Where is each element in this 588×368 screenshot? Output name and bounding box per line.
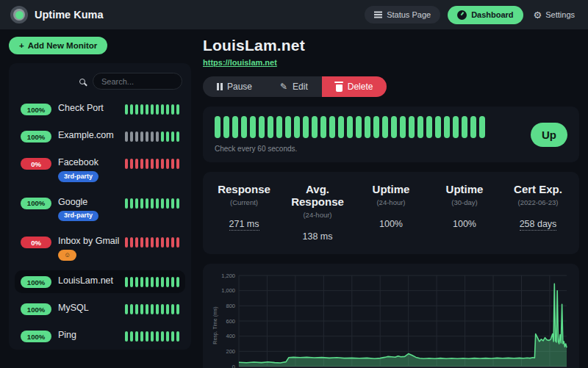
delete-button[interactable]: Delete: [322, 76, 387, 97]
monitor-list-item[interactable]: 100%Example.com: [15, 125, 185, 148]
heartbeat: [156, 277, 159, 287]
monitor-name: Example.com: [58, 130, 114, 140]
uptime-badge: 0%: [21, 237, 51, 248]
monitor-list-item[interactable]: 0%Facebook3rd-party: [15, 152, 185, 187]
svg-text:400: 400: [226, 333, 235, 339]
monitor-name: Google: [58, 197, 87, 207]
heartbeat: [130, 159, 133, 169]
uptime-badge: 100%: [21, 198, 51, 209]
heartbeat: [125, 277, 128, 287]
monitor-list-item[interactable]: 100%Check Port: [15, 98, 185, 120]
stat-title: Response: [207, 183, 281, 195]
heartbeat: [151, 331, 154, 342]
monitor-list-item[interactable]: 100%MySQL: [15, 297, 185, 320]
stats-card: Response(Current)271 msAvg. Response(24-…: [203, 172, 579, 254]
monitor-name: Facebook: [58, 157, 98, 167]
dashboard-button[interactable]: Dashboard: [448, 6, 523, 24]
heartbeat: [156, 131, 159, 142]
heartbeat: [130, 237, 133, 248]
heartbeat: [161, 159, 164, 169]
heartbeat: [347, 116, 353, 138]
monitor-url-link[interactable]: https://louislam.net: [203, 58, 277, 67]
heartbeat: [176, 277, 179, 287]
heartbeat: [140, 331, 143, 342]
heartbeat: [156, 331, 159, 342]
monitor-actions: Pause ✎ Edit Delete: [203, 76, 387, 97]
uptime-badge: 100%: [21, 303, 51, 315]
monitor-list-item[interactable]: 100%Google3rd-party: [15, 192, 185, 227]
heartbeat: [146, 237, 148, 248]
stat-column: Avg. Response(24-hour)138 ms: [281, 183, 354, 242]
heartbeat: [176, 304, 179, 314]
heartbeat: [250, 116, 256, 138]
heartbeat: [135, 159, 138, 169]
heartbeat: [125, 159, 128, 169]
heartbeat: [125, 304, 128, 314]
heartbeat: [294, 116, 300, 138]
status-page-button[interactable]: Status Page: [365, 6, 440, 24]
heartbeat: [135, 198, 138, 209]
heartbeat: [161, 198, 164, 209]
heartbeat: [417, 116, 423, 138]
heartbeat: [453, 116, 459, 138]
chart-ylabel: Resp. Time (ms): [212, 306, 218, 344]
heartbeat-bar: [125, 198, 179, 209]
heartbeat: [176, 104, 179, 115]
heartbeat: [409, 116, 415, 138]
uptime-badge: 100%: [21, 331, 51, 342]
status-page-label: Status Page: [387, 10, 431, 19]
heartbeat: [176, 237, 179, 248]
heartbeat: [166, 159, 169, 169]
heartbeat: [156, 159, 159, 169]
svg-text:1,200: 1,200: [221, 273, 235, 279]
heartbeat: [135, 304, 138, 314]
pause-button[interactable]: Pause: [203, 76, 266, 97]
heartbeat: [146, 131, 148, 142]
heartbeat: [146, 198, 148, 209]
stat-value: 100%: [428, 219, 501, 229]
heartbeat: [176, 159, 179, 169]
search-input[interactable]: [93, 73, 182, 90]
heartbeat: [146, 304, 148, 314]
heartbeat: [135, 277, 138, 287]
heartbeat: [382, 116, 388, 138]
heartbeat: [426, 116, 432, 138]
add-new-monitor-button[interactable]: + Add New Monitor: [9, 37, 107, 54]
app-brand: Uptime Kuma: [10, 6, 103, 24]
heartbeat: [146, 331, 148, 342]
page-body: + Add New Monitor 100%Check Port100%Exam…: [0, 29, 588, 368]
heartbeat: [130, 304, 133, 314]
app-title: Uptime Kuma: [35, 9, 103, 21]
edit-button[interactable]: ✎ Edit: [266, 76, 322, 97]
heartbeat: [161, 331, 164, 342]
settings-button[interactable]: ⚙ Settings: [531, 6, 578, 24]
heartbeat: [462, 116, 467, 138]
uptime-badge: 100%: [21, 276, 51, 288]
heartbeat: [176, 131, 179, 142]
heartbeat-bar: [125, 331, 179, 342]
response-time-chart: 02004006008001,0001,20016:1316:4317:1317…: [209, 270, 573, 368]
heartbeat: [130, 277, 133, 287]
heartbeat: [146, 159, 148, 169]
monitor-name: Ping: [58, 330, 76, 340]
heartbeat: [171, 159, 174, 169]
monitor-tag: 3rd-party: [58, 211, 98, 222]
heartbeat: [320, 116, 326, 138]
navbar-actions: Status Page Dashboard ⚙ Settings: [365, 6, 578, 24]
heartbeat: [470, 116, 476, 138]
heartbeat: [166, 277, 169, 287]
heartbeat: [215, 116, 220, 138]
monitor-list-item[interactable]: 100%Ping: [15, 325, 185, 347]
monitor-list-item[interactable]: 100%LouisLam.net: [15, 270, 185, 293]
stat-value: 258 days: [501, 219, 575, 229]
monitor-list-item[interactable]: 0%Inbox by Gmail☺: [15, 231, 185, 266]
check-interval-note: Check every 60 seconds.: [215, 145, 520, 153]
heartbeat: [171, 237, 174, 248]
stat-title: Uptime: [354, 183, 428, 195]
stat-title: Avg. Response: [281, 183, 354, 208]
status-card-left: Check every 60 seconds.: [215, 116, 520, 153]
page-title: LouisLam.net: [203, 37, 579, 54]
heartbeat: [151, 277, 154, 287]
stat-column: Uptime(30-day)100%: [428, 183, 501, 242]
heartbeat: [140, 277, 143, 287]
